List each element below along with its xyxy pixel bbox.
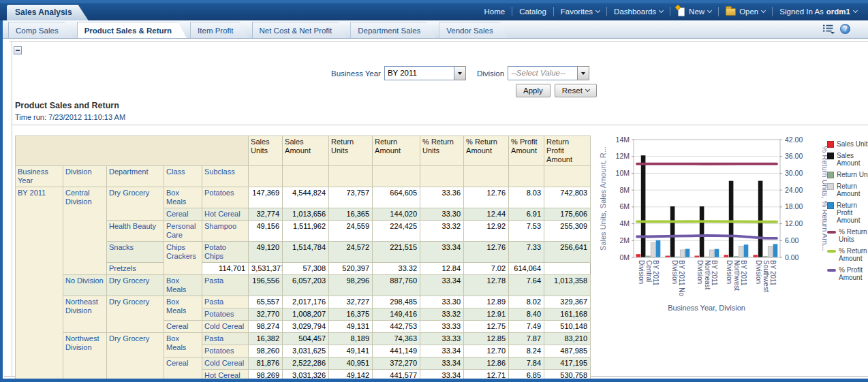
nav-dashboards[interactable]: Dashboards: [607, 6, 670, 17]
nav-open[interactable]: Open: [719, 6, 772, 17]
dimension-cell[interactable]: Cold Cereal: [202, 357, 249, 370]
bar-return-amount[interactable]: [768, 246, 773, 257]
dimension-cell[interactable]: Hot Cereal: [202, 208, 249, 221]
dimension-cell[interactable]: Cereal: [164, 321, 202, 333]
right-axis-title: % Return Units, % Return Am...: [821, 146, 827, 251]
tab-department-sales[interactable]: Department Sales: [350, 22, 435, 38]
bar-sales-amount[interactable]: [758, 181, 763, 257]
division-value[interactable]: --Select Value--: [508, 66, 578, 80]
nav-home[interactable]: Home: [477, 6, 512, 17]
tab-vendor-sales[interactable]: Vendor Sales: [439, 22, 508, 38]
measure-cell: 16,382: [249, 333, 283, 345]
bar-sales-amount[interactable]: [670, 206, 675, 257]
tab-net-cost-net-profit[interactable]: Net Cost & Net Profit: [252, 22, 347, 38]
nav-new[interactable]: New: [670, 6, 718, 17]
bar-return-amount[interactable]: [651, 242, 655, 257]
dimension-cell[interactable]: Pasta: [202, 333, 249, 345]
dimension-cell[interactable]: Dry Grocery: [107, 333, 164, 382]
division-dropdown-button[interactable]: [578, 66, 589, 80]
x-category-label: BY 2011 Southwest Division: [755, 260, 777, 301]
dimension-cell[interactable]: Pasta: [202, 296, 249, 308]
dimension-cell[interactable]: Snacks: [107, 242, 164, 263]
dimension-cell[interactable]: Potatoes: [202, 345, 249, 357]
tab-strip: Comp Sales Product Sales & Return Item P…: [0, 20, 868, 39]
tab-item-profit[interactable]: Item Profit: [190, 22, 248, 38]
sales-return-chart[interactable]: 0M2M4M6M8M10M12M14M0.006.0012.0018.0024.…: [600, 128, 827, 327]
window-frame-left: [0, 20, 3, 382]
measure-cell: 6.91: [509, 208, 544, 221]
dimension-cell[interactable]: Box Meals: [164, 296, 202, 321]
reset-button[interactable]: Reset: [555, 84, 597, 97]
dimension-cell[interactable]: Personal Care: [164, 221, 202, 242]
dimension-cell[interactable]: BY 2011: [16, 187, 63, 382]
bar-sales-amount[interactable]: [700, 206, 704, 257]
dimension-cell[interactable]: Cereal: [164, 208, 202, 221]
dimension-cell[interactable]: Box Meals: [164, 333, 202, 357]
dimension-cell[interactable]: Cold Cereal: [202, 321, 249, 333]
dimension-cell[interactable]: Northeast Division: [63, 296, 107, 333]
bar-return-amount[interactable]: [709, 250, 714, 257]
bar-sales-amount[interactable]: [729, 181, 734, 257]
measure-cell: 12.75: [464, 321, 509, 333]
help-icon[interactable]: ?: [840, 24, 850, 34]
section-top-border: [10, 41, 868, 42]
bar-return-profit-amount[interactable]: [685, 249, 690, 257]
dimension-cell[interactable]: Box Meals: [164, 275, 202, 296]
tab-comp-sales[interactable]: Comp Sales: [8, 22, 74, 38]
measure-header: Return Units: [329, 136, 373, 166]
bar-return-profit-amount[interactable]: [656, 240, 661, 257]
dimension-cell[interactable]: Potatoes: [202, 187, 249, 208]
page-options-icon[interactable]: [822, 24, 835, 34]
dimension-cell[interactable]: Central Division: [63, 187, 107, 275]
bar-sales-units[interactable]: [754, 255, 758, 257]
dimension-header[interactable]: Department: [107, 166, 164, 187]
tab-product-sales-return[interactable]: Product Sales & Return: [77, 22, 187, 38]
corner-cell: [16, 136, 249, 166]
line--return-amount[interactable]: [637, 221, 777, 222]
measure-cell: 7.33: [509, 242, 544, 263]
business-year-value[interactable]: BY 2011: [384, 66, 454, 80]
dimension-cell[interactable]: Potato Chips: [202, 242, 249, 263]
dimension-cell[interactable]: Health Beauty: [107, 221, 164, 242]
dimension-header[interactable]: Subclass: [202, 166, 249, 187]
reset-label: Reset: [562, 86, 583, 95]
collapse-section-button[interactable]: [14, 46, 22, 54]
signed-in-menu[interactable]: Signed In As ordm1: [773, 6, 864, 17]
nav-favorites[interactable]: Favorites: [554, 6, 606, 17]
dimension-cell[interactable]: Potatoes: [202, 308, 249, 321]
measure-cell: 1,514,784: [283, 242, 329, 263]
page: Home Catalog Favorites Dashboards New Op…: [0, 0, 868, 382]
bar-sales-units[interactable]: [636, 254, 641, 257]
dimension-header[interactable]: Division: [63, 166, 107, 187]
dashboard-title-tab[interactable]: Sales Analysis: [7, 5, 89, 20]
apply-button[interactable]: Apply: [516, 84, 551, 97]
measure-cell: 33.33: [420, 333, 464, 345]
business-year-dropdown-button[interactable]: [454, 66, 466, 80]
dimension-cell[interactable]: Box Meals: [164, 187, 202, 208]
dimension-cell[interactable]: Dry Grocery: [107, 296, 164, 333]
bar-return-profit-amount[interactable]: [715, 249, 719, 257]
dimension-cell[interactable]: Chips Crackers: [164, 242, 202, 275]
bar-sales-units[interactable]: [724, 255, 729, 257]
dimension-cell[interactable]: Dry Grocery: [107, 187, 164, 221]
nav-catalog[interactable]: Catalog: [512, 6, 553, 17]
dimension-cell[interactable]: Shampoo: [202, 221, 249, 242]
measure-cell: 298,485: [373, 296, 420, 308]
legend-item: % Return Amount: [827, 247, 868, 262]
bar-sales-amount[interactable]: [641, 155, 646, 257]
dimension-cell[interactable]: Northwest Division: [63, 333, 107, 382]
bar-return-profit-amount[interactable]: [773, 244, 778, 257]
dimension-cell[interactable]: Pretzels: [107, 263, 164, 275]
dimension-header[interactable]: Class: [164, 166, 202, 187]
bar-return-amount[interactable]: [680, 250, 685, 257]
dimension-cell[interactable]: Pasta: [202, 275, 249, 296]
bar-return-amount[interactable]: [739, 246, 743, 257]
dimension-cell[interactable]: Dry Grocery: [107, 275, 164, 296]
bar-return-profit-amount[interactable]: [744, 244, 749, 257]
legend-marker: [827, 250, 836, 253]
chart-plot[interactable]: 0M2M4M6M8M10M12M14M0.006.0012.0018.0024.…: [600, 128, 827, 263]
dimension-cell[interactable]: No Division: [63, 275, 107, 296]
measure-cell: 1,013,358: [544, 275, 591, 296]
measure-cell: 32,727: [329, 296, 373, 308]
dimension-header[interactable]: Business Year: [16, 166, 63, 187]
